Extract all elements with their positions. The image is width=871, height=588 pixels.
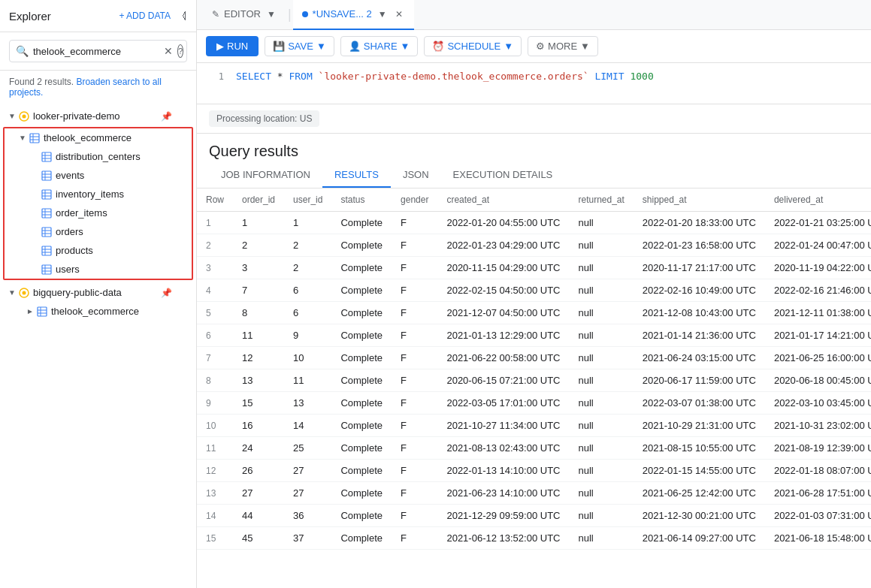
chevron-down-icon: ▼: [6, 287, 18, 299]
search-results: Found 2 results. Broaden search to all p…: [0, 71, 196, 104]
save-icon: 💾: [273, 41, 285, 52]
table-cell: 14: [284, 415, 331, 437]
table-cell: 2022-01-18 08:07:00 UTC: [765, 460, 871, 482]
table-cell: Complete: [331, 460, 392, 482]
table-cell: 2021-01-13 12:29:00 UTC: [437, 324, 569, 347]
table-cell: F: [392, 279, 437, 302]
add-data-button[interactable]: + ADD DATA: [114, 8, 175, 24]
table-cell: F: [392, 347, 437, 369]
save-button[interactable]: 💾 SAVE ▼: [265, 36, 334, 56]
gear-icon: ⚙: [536, 41, 545, 52]
table-cell: 2: [197, 234, 233, 257]
table-cell: 45: [233, 527, 284, 550]
results-tabs: JOB INFORMATION RESULTS JSON EXECUTION D…: [197, 163, 871, 188]
project-item-looker-private-demo[interactable]: ▼ looker-private-demo 📌 ⋮: [0, 107, 196, 125]
col-header-returned-at: returned_at: [569, 188, 633, 212]
dataset-item-thelook-ecommerce-1[interactable]: ▼ thelook_ecommerce ⋮: [5, 128, 192, 147]
tab-unsaved2-label: *UNSAVE... 2: [313, 8, 372, 20]
table-item-users[interactable]: users ⋮: [5, 260, 192, 279]
project-item-bigquery-public-data[interactable]: ▼ bigquery-public-data 📌 ⋮: [0, 283, 196, 302]
table-row: 154537CompleteF2021-06-12 13:52:00 UTCnu…: [197, 527, 871, 550]
share-button[interactable]: 👤 SHARE ▼: [340, 36, 419, 56]
table-cell: 2: [284, 234, 331, 257]
table-cell: 37: [284, 527, 331, 550]
table-item-order-items[interactable]: order_items ⋮: [5, 204, 192, 222]
table-cell: F: [392, 437, 437, 460]
unsaved-dot-icon: [302, 11, 308, 17]
schedule-button[interactable]: ⏰ SCHEDULE ▼: [424, 36, 522, 56]
tab-editor[interactable]: ✎ EDITOR ▼: [203, 0, 286, 30]
table-cell: null: [569, 392, 633, 415]
table-cell: 6: [197, 324, 233, 347]
table-cell: 8: [233, 302, 284, 324]
help-icon[interactable]: ?: [177, 44, 183, 58]
table-cell: 27: [284, 482, 331, 505]
table-cell: 2020-11-15 04:29:00 UTC: [437, 257, 569, 279]
clear-search-icon[interactable]: ✕: [164, 45, 173, 57]
table-cell: 2021-12-11 01:38:00 UTC: [765, 302, 871, 324]
table-cell: Complete: [331, 279, 392, 302]
table-item-distribution-centers[interactable]: distribution_centers ⋮: [5, 147, 192, 166]
collapse-sidebar-icon[interactable]: ⦉: [181, 9, 187, 23]
tab-results[interactable]: RESULTS: [322, 163, 391, 188]
tab-editor-dropdown-icon[interactable]: ▼: [265, 8, 277, 20]
table-label: distribution_centers: [56, 151, 168, 162]
table-cell: 8: [197, 369, 233, 392]
svg-point-1: [23, 114, 26, 118]
more-button[interactable]: ⚙ MORE ▼: [528, 36, 598, 56]
table-cell: Complete: [331, 212, 392, 234]
table-header-row: Row order_id user_id status gender creat…: [197, 188, 871, 212]
chevron-down-icon: ▼: [17, 132, 29, 144]
table-item-events[interactable]: events ⋮: [5, 166, 192, 185]
svg-rect-30: [42, 265, 51, 274]
results-tbody: 111CompleteF2022-01-20 04:55:00 UTCnull2…: [197, 212, 871, 550]
tab-bar: ✎ EDITOR ▼ | *UNSAVE... 2 ▼ ✕: [197, 0, 871, 30]
tab-json[interactable]: JSON: [391, 163, 441, 188]
pin-icon: 📌: [161, 111, 172, 122]
table-cell: 44: [233, 505, 284, 527]
tab-execution-details[interactable]: EXECUTION DETAILS: [441, 163, 565, 188]
col-header-created-at: created_at: [437, 188, 569, 212]
sql-keyword-select: SELECT: [236, 71, 271, 82]
results-table-container: Row order_id user_id status gender creat…: [197, 188, 871, 588]
table-cell: Complete: [331, 302, 392, 324]
table-cell: 2021-06-12 13:52:00 UTC: [437, 527, 569, 550]
table-cell: 2022-01-15 14:55:00 UTC: [634, 460, 765, 482]
col-header-shipped-at: shipped_at: [634, 188, 765, 212]
col-header-user-id: user_id: [284, 188, 331, 212]
share-dropdown-icon: ▼: [401, 41, 410, 52]
table-cell: 13: [197, 482, 233, 505]
svg-rect-10: [42, 171, 51, 180]
table-row: 81311CompleteF2020-06-15 07:21:00 UTCnul…: [197, 369, 871, 392]
table-item-orders[interactable]: orders ⋮: [5, 222, 192, 241]
dataset-icon: [36, 306, 48, 318]
table-cell: 7: [197, 347, 233, 369]
svg-rect-6: [42, 152, 51, 161]
table-row: 101614CompleteF2021-10-27 11:34:00 UTCnu…: [197, 415, 871, 437]
table-cell: 7: [233, 279, 284, 302]
tab-unsaved2-close-icon[interactable]: ✕: [393, 8, 405, 20]
editor-area[interactable]: 1 SELECT * FROM `looker-private-demo.the…: [197, 63, 871, 104]
search-box: 🔍 ✕ ?: [9, 40, 187, 62]
tab-unsaved2[interactable]: *UNSAVE... 2 ▼ ✕: [293, 0, 414, 30]
table-cell: 2020-11-19 04:22:00 UTC: [765, 257, 871, 279]
table-cell: Complete: [331, 347, 392, 369]
more-label: MORE: [548, 41, 577, 52]
tab-unsaved2-dropdown-icon[interactable]: ▼: [377, 8, 389, 20]
table-cell: F: [392, 302, 437, 324]
table-cell: Complete: [331, 324, 392, 347]
search-input[interactable]: [33, 46, 159, 57]
table-cell: Complete: [331, 234, 392, 257]
share-icon: 👤: [349, 41, 361, 52]
table-item-inventory-items[interactable]: inventory_items ⋮: [5, 185, 192, 204]
table-icon: [41, 170, 53, 182]
tab-job-information[interactable]: JOB INFORMATION: [209, 163, 322, 188]
dataset-item-thelook-ecommerce-2[interactable]: ► thelook_ecommerce ⋮: [0, 302, 196, 321]
table-cell: 26: [233, 460, 284, 482]
tab-editor-label: EDITOR: [224, 8, 261, 20]
table-item-products[interactable]: products ⋮: [5, 241, 192, 260]
table-cell: Complete: [331, 527, 392, 550]
table-cell: F: [392, 482, 437, 505]
table-cell: 1: [233, 212, 284, 234]
run-button[interactable]: ▶ RUN: [206, 36, 259, 56]
